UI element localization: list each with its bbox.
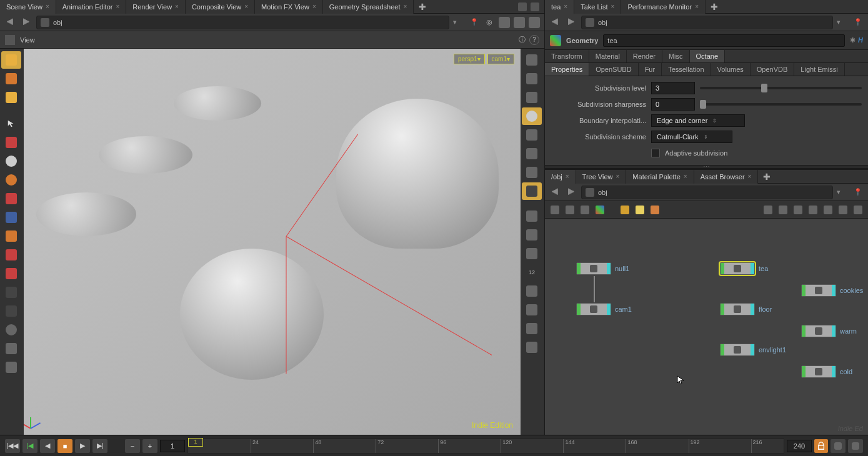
tab-transform[interactable]: Transform	[545, 50, 589, 62]
network-canvas[interactable]: null1cam1teafloorenvlight1cookieswarmcol…	[545, 219, 868, 435]
tab-tree-view[interactable]: Tree View×	[576, 170, 627, 184]
close-icon[interactable]: ×	[564, 3, 567, 10]
gear-icon[interactable]: ✱	[850, 36, 856, 44]
plus-button[interactable]: +	[142, 439, 157, 453]
node-warm[interactable]: warm	[801, 325, 857, 337]
path-dropdown[interactable]: ▾	[837, 188, 848, 196]
subtab-tessellation[interactable]: Tessellation	[662, 63, 711, 76]
boundary-select[interactable]: Edge and corner⇕	[651, 114, 745, 127]
view-menu-icon[interactable]	[5, 35, 15, 45]
subd-level-slider[interactable]	[700, 87, 862, 89]
subtab-light-emission[interactable]: Light Emissi	[794, 63, 844, 76]
tab-perf-monitor[interactable]: Performance Monitor×	[621, 0, 706, 14]
brush-tool[interactable]	[1, 359, 21, 376]
key-icon[interactable]	[831, 439, 846, 453]
tab-material-palette[interactable]: Material Palette×	[626, 170, 694, 184]
tab-composite-view[interactable]: Composite View×	[186, 0, 255, 14]
cube-icon[interactable]	[498, 16, 511, 29]
node-cookies[interactable]: cookies	[801, 284, 863, 297]
forward-button[interactable]: ⯈	[565, 17, 577, 28]
grid3-icon[interactable]	[837, 204, 849, 216]
close-icon[interactable]: ×	[116, 3, 119, 10]
node-envlight1[interactable]: envlight1	[720, 344, 786, 356]
close-icon[interactable]: ×	[46, 3, 49, 10]
align2-icon[interactable]	[807, 204, 819, 216]
align1-icon[interactable]	[792, 204, 804, 216]
subtab-opensubd[interactable]: OpenSUBD	[589, 63, 638, 76]
cube2-icon[interactable]	[513, 16, 526, 29]
lock-range-icon[interactable]	[814, 439, 828, 453]
tab-render[interactable]: Render	[627, 50, 662, 62]
lock-icon[interactable]	[522, 70, 542, 87]
node-name-input[interactable]: tea	[603, 34, 845, 47]
layout-icon[interactable]	[531, 2, 539, 11]
list2-icon[interactable]	[564, 204, 576, 216]
close-icon[interactable]: ×	[244, 3, 248, 10]
maximize-icon[interactable]	[518, 2, 527, 11]
minus-button[interactable]: −	[125, 439, 140, 453]
split-handle[interactable]	[545, 165, 868, 169]
misc-icon[interactable]	[522, 339, 542, 356]
audio-tool[interactable]	[1, 284, 21, 301]
node-floor[interactable]: floor	[720, 303, 772, 315]
tab-asset-browser[interactable]: Asset Browser×	[694, 170, 759, 184]
viewport-mode-icon[interactable]	[522, 182, 542, 200]
close-icon[interactable]: ×	[695, 3, 699, 10]
path-input[interactable]: obj	[36, 16, 449, 29]
note-icon[interactable]	[634, 204, 646, 216]
prev-key-button[interactable]: |◀	[22, 439, 37, 453]
close-icon[interactable]: ×	[175, 3, 179, 10]
forward-button[interactable]: ⯈	[565, 187, 577, 198]
next-frame-button[interactable]: ▶	[75, 439, 90, 453]
add-tab-button[interactable]: ✚	[414, 1, 431, 13]
tab-take-list[interactable]: Take List×	[574, 0, 621, 14]
tab-motion-fx[interactable]: Motion FX View×	[255, 0, 323, 14]
node-cam1[interactable]: cam1	[576, 303, 632, 315]
subtab-volumes[interactable]: Volumes	[711, 63, 751, 76]
grid2-icon[interactable]	[822, 204, 834, 216]
tab-scene-view[interactable]: Scene View×	[0, 0, 56, 14]
snap-tool[interactable]	[1, 227, 21, 245]
subd-sharp-slider[interactable]	[700, 103, 862, 106]
snap2-icon[interactable]	[777, 204, 789, 216]
move-tool[interactable]	[1, 134, 21, 151]
end-frame-input[interactable]: 240	[787, 440, 812, 452]
target-icon[interactable]: ◎	[483, 16, 496, 29]
lighting-icon[interactable]	[522, 145, 542, 162]
display-mode-icon[interactable]	[522, 107, 542, 125]
node-null1[interactable]: null1	[576, 262, 629, 275]
axis-gizmo[interactable]	[30, 410, 49, 429]
wire-icon[interactable]	[522, 164, 542, 181]
corner-icon[interactable]	[522, 301, 542, 319]
grid-icon[interactable]	[522, 320, 542, 337]
path-dropdown[interactable]: ▾	[837, 18, 848, 26]
tab-misc[interactable]: Misc	[662, 50, 690, 62]
camera-cam1-pill[interactable]: cam1▾	[487, 54, 514, 64]
tag-icon[interactable]	[619, 204, 631, 216]
select-tool[interactable]	[1, 51, 21, 69]
add-tab-button[interactable]: ✚	[706, 1, 723, 13]
light-tool[interactable]	[1, 152, 21, 170]
back-button[interactable]: ⯇	[549, 17, 561, 28]
snap1-icon[interactable]	[762, 204, 774, 216]
viewport-3d[interactable]: persp1▾ cam1▾ Indie Edition	[24, 49, 521, 435]
play-button[interactable]: ■	[57, 439, 72, 453]
pin-icon[interactable]: 📍	[468, 16, 481, 29]
palette-icon[interactable]	[594, 204, 606, 216]
pin-icon[interactable]: 📍	[852, 16, 864, 29]
node-cold[interactable]: cold	[801, 365, 852, 378]
first-frame-button[interactable]: |◀◀	[5, 439, 20, 453]
magnet2-tool[interactable]	[1, 265, 21, 282]
tab-material[interactable]: Material	[589, 50, 627, 62]
shading-icon[interactable]	[522, 126, 542, 144]
subtab-openvdb[interactable]: OpenVDB	[751, 63, 795, 76]
grid-icon[interactable]	[579, 204, 591, 216]
tab-obj[interactable]: /obj×	[545, 170, 576, 184]
path-input[interactable]: obj	[581, 186, 833, 199]
point-icon[interactable]	[522, 245, 542, 262]
start-frame-input[interactable]: 1	[160, 440, 185, 452]
rotate-tool[interactable]	[1, 171, 21, 189]
home-icon[interactable]	[522, 51, 542, 69]
info-icon[interactable]: ⓘ	[519, 35, 526, 45]
arrow-tool[interactable]	[1, 115, 21, 132]
